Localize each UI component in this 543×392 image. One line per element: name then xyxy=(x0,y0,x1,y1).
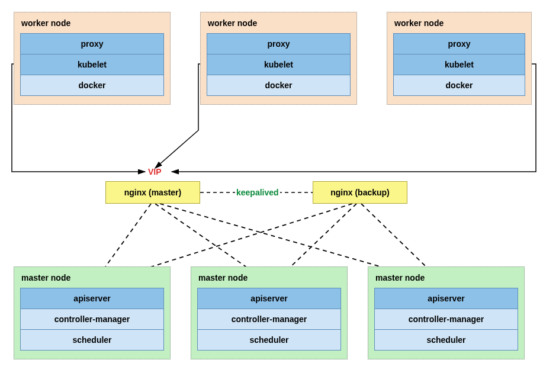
master-stack: apiserver controller-manager scheduler xyxy=(20,288,164,351)
cell-docker: docker xyxy=(207,75,351,96)
cell-docker: docker xyxy=(20,75,164,96)
cell-apiserver: apiserver xyxy=(20,288,164,309)
master-stack: apiserver controller-manager scheduler xyxy=(197,288,341,351)
cell-proxy: proxy xyxy=(207,33,351,54)
master-stack: apiserver controller-manager scheduler xyxy=(374,288,518,351)
vip-label: VIP xyxy=(148,167,162,176)
worker-node-title: worker node xyxy=(208,18,351,28)
master-node-3: master node apiserver controller-manager… xyxy=(368,266,525,359)
master-node-title: master node xyxy=(375,273,518,282)
cell-proxy: proxy xyxy=(20,33,164,54)
cell-apiserver: apiserver xyxy=(197,288,341,309)
cell-scheduler: scheduler xyxy=(374,329,518,351)
cell-controller-manager: controller-manager xyxy=(374,309,518,330)
worker-stack: proxy kubelet docker xyxy=(20,34,164,96)
cell-apiserver: apiserver xyxy=(374,288,518,309)
cell-kubelet: kubelet xyxy=(393,54,525,75)
cell-docker: docker xyxy=(393,75,525,96)
master-node-1: master node apiserver controller-manager… xyxy=(14,266,171,359)
master-node-title: master node xyxy=(21,273,164,282)
nginx-master: nginx (master) xyxy=(105,181,200,204)
cell-scheduler: scheduler xyxy=(20,329,164,351)
worker-stack: proxy kubelet docker xyxy=(207,34,351,96)
master-node-2: master node apiserver controller-manager… xyxy=(191,266,348,359)
cell-scheduler: scheduler xyxy=(197,329,341,351)
cell-proxy: proxy xyxy=(393,33,525,54)
cell-controller-manager: controller-manager xyxy=(197,309,341,330)
worker-node-3: worker node proxy kubelet docker xyxy=(387,12,532,105)
worker-node-title: worker node xyxy=(394,18,525,28)
master-node-title: master node xyxy=(198,273,341,282)
cell-kubelet: kubelet xyxy=(20,54,164,75)
cell-controller-manager: controller-manager xyxy=(20,309,164,330)
cell-kubelet: kubelet xyxy=(207,54,351,75)
worker-node-1: worker node proxy kubelet docker xyxy=(14,12,171,105)
keepalived-label: keepalived xyxy=(235,188,280,197)
nginx-backup: nginx (backup) xyxy=(313,181,407,204)
diagram-canvas: worker node proxy kubelet docker worker … xyxy=(0,0,543,392)
worker-stack: proxy kubelet docker xyxy=(393,34,525,96)
worker-node-2: worker node proxy kubelet docker xyxy=(200,12,357,105)
worker-node-title: worker node xyxy=(21,18,164,28)
